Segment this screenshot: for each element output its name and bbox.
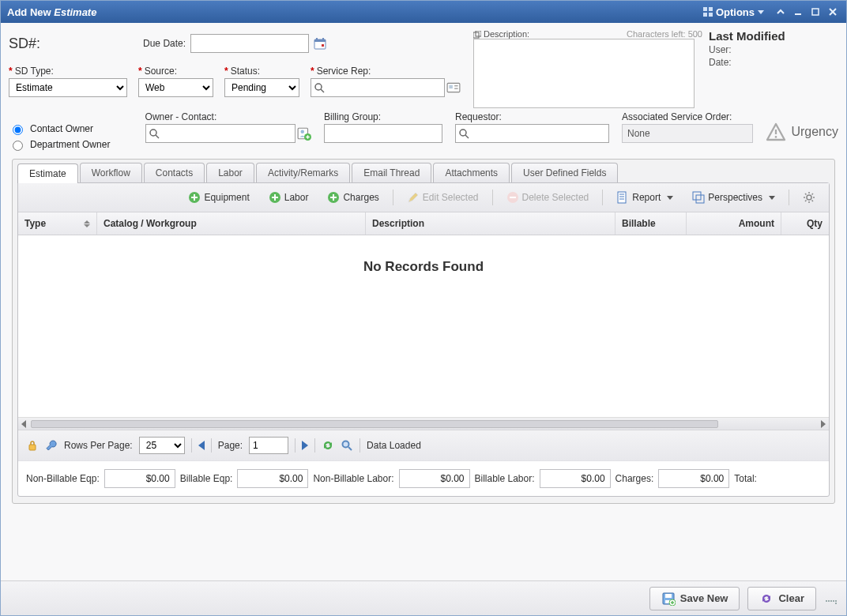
plus-circle-icon bbox=[188, 191, 201, 204]
due-date-input[interactable] bbox=[190, 34, 309, 53]
prev-page-button[interactable] bbox=[198, 441, 205, 450]
card-icon[interactable] bbox=[446, 81, 461, 95]
tab-contacts[interactable]: Contacts bbox=[144, 163, 205, 182]
source-select[interactable]: Web bbox=[138, 78, 213, 97]
maximize-button[interactable] bbox=[808, 5, 823, 19]
add-charges-button[interactable]: Charges bbox=[320, 188, 386, 207]
chevron-down-icon bbox=[758, 10, 764, 14]
svg-line-45 bbox=[812, 201, 814, 202]
refresh-icon[interactable] bbox=[322, 439, 334, 452]
svg-line-47 bbox=[812, 193, 814, 195]
billing-group-input[interactable] bbox=[324, 124, 442, 143]
non-billable-labor-value: $0.00 bbox=[399, 469, 470, 488]
popup-icon bbox=[473, 31, 481, 39]
add-contact-icon[interactable] bbox=[297, 126, 311, 141]
wrench-icon[interactable] bbox=[45, 439, 58, 452]
contact-owner-radio[interactable]: Contact Owner bbox=[9, 122, 133, 135]
non-billable-eqp-label: Non-Billable Eqp: bbox=[26, 473, 100, 484]
perspectives-dropdown[interactable]: Perspectives bbox=[685, 188, 782, 207]
clear-button[interactable]: Clear bbox=[747, 587, 816, 610]
lock-icon[interactable] bbox=[26, 439, 39, 452]
add-labor-button[interactable]: Labor bbox=[262, 188, 316, 207]
close-button[interactable] bbox=[826, 5, 840, 19]
scroll-right-icon[interactable] bbox=[821, 420, 826, 428]
window-title: Add New Estimate bbox=[7, 6, 96, 18]
svg-point-27 bbox=[775, 136, 777, 138]
svg-line-44 bbox=[805, 193, 807, 195]
pager: Rows Per Page: 25 Page: Data Loaded bbox=[18, 430, 829, 460]
sort-icon bbox=[84, 220, 90, 227]
lm-user-label: User: bbox=[709, 44, 732, 55]
service-rep-input[interactable] bbox=[311, 78, 445, 97]
no-records-message: No Records Found bbox=[363, 259, 484, 275]
scroll-thumb[interactable] bbox=[31, 420, 718, 428]
add-equipment-button[interactable]: Equipment bbox=[181, 188, 256, 207]
collapse-button[interactable] bbox=[774, 5, 788, 19]
billing-group-label: Billing Group: bbox=[324, 111, 442, 122]
tab-frame: EstimateWorkflowContactsLaborActivity/Re… bbox=[12, 159, 835, 504]
status-select[interactable]: Pending bbox=[224, 78, 299, 97]
requestor-label: Requestor: bbox=[455, 111, 609, 122]
col-type[interactable]: Type bbox=[18, 212, 97, 235]
calendar-icon[interactable] bbox=[314, 37, 326, 50]
svg-point-22 bbox=[300, 130, 304, 134]
svg-point-24 bbox=[460, 130, 466, 136]
next-page-button[interactable] bbox=[302, 441, 308, 450]
minimize-button[interactable] bbox=[791, 5, 805, 19]
col-billable[interactable]: Billable bbox=[615, 212, 687, 235]
page-input[interactable] bbox=[249, 437, 288, 454]
report-dropdown[interactable]: Report bbox=[609, 188, 680, 207]
tab-estimate[interactable]: Estimate bbox=[17, 163, 78, 183]
horizontal-scrollbar[interactable] bbox=[18, 417, 829, 430]
options-label: Options bbox=[716, 6, 755, 18]
scroll-left-icon[interactable] bbox=[21, 420, 26, 428]
owner-contact-input[interactable] bbox=[145, 124, 296, 143]
tab-strip: EstimateWorkflowContactsLaborActivity/Re… bbox=[14, 160, 833, 182]
pencil-icon bbox=[407, 191, 420, 204]
clear-icon bbox=[759, 592, 774, 606]
tab-panel-estimate: Equipment Labor Charges Edit Selected bbox=[17, 182, 830, 497]
rows-per-page-select[interactable]: 25 bbox=[139, 437, 185, 454]
settings-button[interactable] bbox=[796, 188, 823, 207]
svg-rect-33 bbox=[618, 192, 626, 203]
total-label: Total: bbox=[734, 473, 757, 484]
tab-email-thread[interactable]: Email Thread bbox=[352, 163, 431, 182]
chevron-down-icon bbox=[769, 196, 775, 200]
svg-rect-5 bbox=[812, 9, 819, 15]
svg-line-12 bbox=[321, 89, 324, 92]
svg-line-46 bbox=[805, 201, 807, 202]
svg-rect-2 bbox=[703, 13, 707, 17]
charges-label: Charges: bbox=[615, 473, 654, 484]
warning-icon bbox=[766, 122, 786, 141]
last-modified-header: Last Modified bbox=[709, 29, 838, 43]
tab-attachments[interactable]: Attachments bbox=[433, 163, 510, 182]
sd-type-select[interactable]: Estimate bbox=[9, 78, 127, 97]
assoc-so-value: None bbox=[622, 124, 753, 143]
tab-labor[interactable]: Labor bbox=[206, 163, 254, 182]
col-amount[interactable]: Amount bbox=[687, 212, 781, 235]
requestor-input[interactable] bbox=[455, 124, 609, 143]
svg-rect-3 bbox=[709, 13, 713, 17]
last-modified-panel: Last Modified User: Date: bbox=[709, 29, 838, 108]
chevron-down-icon bbox=[667, 196, 673, 200]
tab-activity-remarks[interactable]: Activity/Remarks bbox=[256, 163, 350, 182]
window-title-prefix: Add New bbox=[7, 6, 54, 18]
svg-rect-14 bbox=[449, 85, 453, 89]
department-owner-radio[interactable]: Department Owner bbox=[9, 138, 133, 151]
col-description[interactable]: Description bbox=[366, 212, 615, 235]
svg-rect-9 bbox=[322, 38, 324, 40]
search-icon[interactable] bbox=[341, 439, 353, 452]
options-menu[interactable]: Options bbox=[703, 6, 764, 18]
description-textarea[interactable] bbox=[473, 39, 695, 108]
tab-user-defined-fields[interactable]: User Defined Fields bbox=[511, 163, 618, 182]
col-qty[interactable]: Qty bbox=[781, 212, 829, 235]
svg-line-25 bbox=[465, 135, 469, 138]
col-catalog[interactable]: Catalog / Workgroup bbox=[97, 212, 366, 235]
search-icon bbox=[149, 128, 160, 139]
edit-selected-button: Edit Selected bbox=[400, 188, 486, 207]
perspectives-icon bbox=[692, 191, 705, 204]
save-new-button[interactable]: Save New bbox=[649, 587, 740, 610]
svg-rect-0 bbox=[703, 7, 707, 11]
resize-grip-icon[interactable] bbox=[826, 593, 837, 604]
tab-workflow[interactable]: Workflow bbox=[80, 163, 142, 182]
